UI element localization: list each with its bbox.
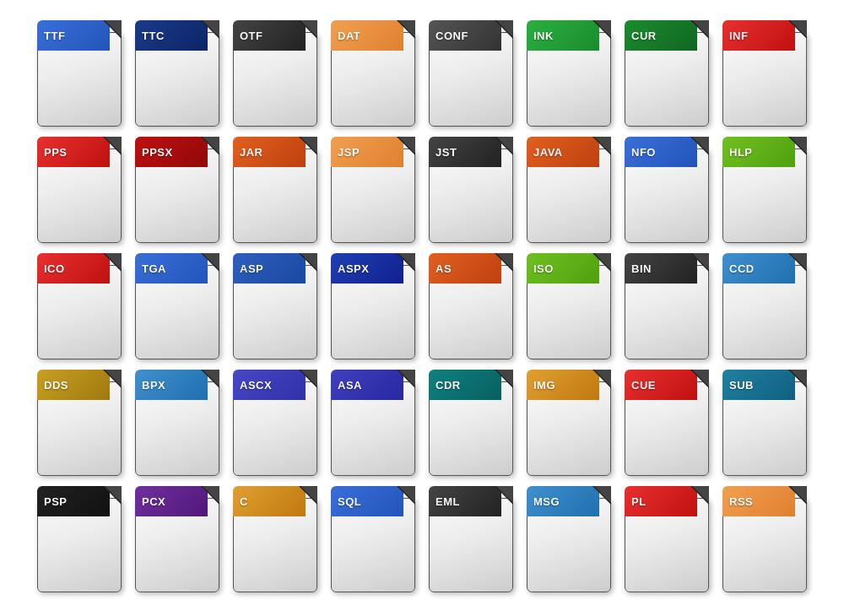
file-tab: JSP xyxy=(331,137,403,167)
file-tab: TTF xyxy=(37,20,110,51)
file-icon-eml: EML xyxy=(425,486,517,592)
file-icon-conf: CONF xyxy=(425,20,517,127)
file-tab: SQL xyxy=(331,486,403,516)
file-icon-c: C xyxy=(230,486,321,592)
file-icon-tga: TGA xyxy=(132,253,223,359)
file-corner xyxy=(299,486,317,505)
file-tab: CDR xyxy=(429,370,501,400)
svg-marker-25 xyxy=(496,137,513,154)
file-corner xyxy=(103,486,122,505)
file-label: MSG xyxy=(533,495,560,508)
file-tab: ASA xyxy=(331,370,403,400)
file-label: ISO xyxy=(533,262,554,275)
file-label: DDS xyxy=(44,379,68,392)
file-tab: HLP xyxy=(722,137,795,167)
file-tab: DAT xyxy=(331,20,403,51)
file-corner xyxy=(397,20,415,39)
file-corner xyxy=(397,486,415,505)
file-corner xyxy=(299,253,317,272)
file-corner xyxy=(201,370,219,388)
file-label: AS xyxy=(436,262,452,275)
file-icon-pl: PL xyxy=(621,486,712,592)
file-label: CCD xyxy=(729,262,755,275)
file-corner xyxy=(103,20,122,39)
file-tab: ASPX xyxy=(331,253,403,284)
file-icon-ttc: TTC xyxy=(132,20,223,127)
file-corner xyxy=(299,137,317,155)
svg-marker-67 xyxy=(203,486,219,503)
file-label: EML xyxy=(436,495,460,508)
file-label: SQL xyxy=(338,495,361,508)
file-tab: JST xyxy=(429,137,501,167)
file-tab: ASCX xyxy=(233,370,306,400)
file-icon-jsp: JSP xyxy=(327,137,419,243)
svg-marker-75 xyxy=(594,486,611,503)
file-tab: PPSX xyxy=(135,137,208,167)
svg-marker-39 xyxy=(398,253,415,270)
file-label: JAR xyxy=(240,146,263,159)
file-icon-bin: BIN xyxy=(621,253,712,359)
file-icon-jar: JAR xyxy=(230,137,321,243)
file-label: ICO xyxy=(44,262,65,275)
file-label: OTF xyxy=(240,30,263,42)
file-label: TTC xyxy=(142,30,165,42)
file-tab: ICO xyxy=(37,253,110,284)
svg-marker-63 xyxy=(790,370,807,386)
file-tab: BIN xyxy=(625,253,697,284)
file-corner xyxy=(592,137,611,155)
file-label: IMG xyxy=(533,379,555,392)
file-tab: SUB xyxy=(722,370,795,400)
file-corner xyxy=(397,137,415,155)
file-corner xyxy=(299,370,317,388)
file-tab: ISO xyxy=(527,253,599,284)
svg-marker-47 xyxy=(790,253,807,270)
file-icon-iso: ISO xyxy=(523,253,614,359)
file-label: TTF xyxy=(44,30,65,42)
file-icon-ttf: TTF xyxy=(34,20,125,127)
file-label: INK xyxy=(533,30,554,42)
file-tab: MSG xyxy=(527,486,599,516)
file-label: PL xyxy=(631,495,647,508)
file-label: CUR xyxy=(631,30,657,42)
file-tab: PL xyxy=(625,486,697,516)
file-tab: CONF xyxy=(429,20,501,51)
svg-marker-13 xyxy=(692,20,709,37)
file-tab: PCX xyxy=(135,486,208,516)
file-icon-img: IMG xyxy=(523,370,614,476)
svg-marker-49 xyxy=(105,370,122,386)
file-label: DAT xyxy=(338,30,360,42)
file-tab: EML xyxy=(429,486,501,516)
file-corner xyxy=(397,370,415,388)
file-tab: RSS xyxy=(722,486,795,516)
file-icon-cur: CUR xyxy=(621,20,712,127)
svg-marker-17 xyxy=(105,137,122,154)
file-icon-jst: JST xyxy=(425,137,517,243)
file-label: SUB xyxy=(729,379,754,392)
file-icon-ppsx: PPSX xyxy=(132,137,223,243)
file-corner xyxy=(592,20,611,39)
svg-marker-1 xyxy=(105,20,122,37)
svg-marker-41 xyxy=(496,253,513,270)
file-icon-as: AS xyxy=(425,253,517,359)
file-corner xyxy=(495,253,513,272)
file-icon-ico: ICO xyxy=(34,253,125,359)
file-tab: CCD xyxy=(722,253,795,284)
file-tab: JAR xyxy=(233,137,306,167)
file-icon-rss: RSS xyxy=(719,486,810,592)
file-corner xyxy=(592,253,611,272)
svg-marker-19 xyxy=(203,137,219,154)
file-icon-pcx: PCX xyxy=(132,486,223,592)
svg-marker-3 xyxy=(203,20,219,37)
file-icon-cue: CUE xyxy=(621,370,712,476)
file-corner xyxy=(397,253,415,272)
file-corner xyxy=(201,486,219,505)
file-label: JSP xyxy=(338,146,360,159)
file-tab: DDS xyxy=(37,370,110,400)
file-corner xyxy=(495,370,513,388)
file-icon-bpx: BPX xyxy=(132,370,223,476)
file-icon-asa: ASA xyxy=(327,370,419,476)
file-icon-dds: DDS xyxy=(34,370,125,476)
file-icon-ascx: ASCX xyxy=(230,370,321,476)
file-tab: OTF xyxy=(233,20,306,51)
file-label: RSS xyxy=(729,495,753,508)
